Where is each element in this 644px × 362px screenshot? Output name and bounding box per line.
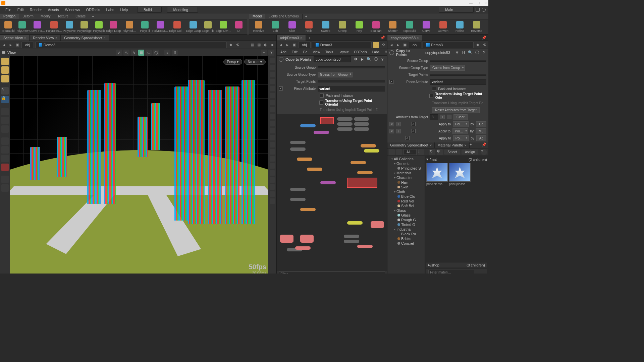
parm-h-r[interactable]: H (461, 50, 466, 55)
nm-tools[interactable]: Tools (323, 50, 335, 55)
shelf-creep[interactable]: Creep (334, 21, 351, 33)
rtb-14[interactable] (270, 149, 275, 155)
chk-transorient[interactable] (319, 101, 323, 105)
tool-rotate[interactable] (1, 117, 9, 124)
rtb-8[interactable] (270, 107, 275, 112)
tab-geosheet[interactable]: Geometry Spreadsheet× (61, 35, 109, 41)
shelf-refine[interactable]: Refine (452, 21, 468, 33)
parm-name[interactable]: copytopoints53 (314, 56, 351, 62)
mat-f2[interactable] (480, 270, 485, 274)
tab-add-m[interactable]: + (306, 36, 313, 40)
menu-icon[interactable] (476, 8, 480, 12)
camera-nocam[interactable]: No cam ▾ (244, 59, 266, 65)
help-icon[interactable] (482, 8, 486, 12)
vp-sel4[interactable]: ▦ (138, 50, 144, 56)
row1-chk[interactable] (412, 122, 416, 126)
shoppath[interactable]: /shop (430, 263, 439, 267)
shelf-edge-collapse[interactable]: Edge Collapse (169, 21, 185, 33)
tool-snap1[interactable] (1, 137, 9, 145)
net-path-obj[interactable]: obj (298, 42, 311, 48)
r-link[interactable]: ⟲ (482, 42, 487, 48)
nm-edit[interactable]: Edit (289, 50, 300, 55)
rtb-17[interactable] (270, 170, 275, 176)
tool-brush[interactable] (1, 75, 9, 82)
tab-pin-r[interactable]: 📌 (480, 36, 488, 40)
menu-edit[interactable]: Edit (15, 7, 26, 12)
rtb-16[interactable] (270, 163, 275, 169)
rtb-10[interactable] (270, 121, 275, 126)
mat-select[interactable]: Select (444, 149, 460, 155)
mattab-add[interactable]: + (470, 142, 472, 148)
net-opt2[interactable]: ⟲ (380, 42, 386, 48)
tab-pin-m[interactable]: 📌 (378, 36, 387, 40)
rtb-11[interactable] (270, 128, 275, 133)
tab-objdemo[interactable]: /obj/Demo3× (277, 35, 306, 41)
shelftab-add-r[interactable]: + (303, 14, 310, 19)
tab-add-r[interactable]: + (422, 36, 430, 40)
shelf-boolean[interactable]: Boolean (368, 21, 384, 33)
shelf-curve-polygon[interactable]: Curve Polygon (29, 21, 45, 33)
path-link[interactable]: ⟲ (235, 42, 240, 48)
net-back[interactable]: ◄ (278, 42, 283, 48)
vp-sel3[interactable]: ⬂ (131, 50, 137, 56)
row3-sel[interactable]: Poi… (453, 135, 469, 141)
shelf-edge-cusp[interactable]: Edge Cusp (186, 21, 201, 33)
vp-snap4[interactable]: ■ (270, 42, 275, 48)
shelftab-deform[interactable]: Deform (19, 14, 37, 19)
vp-axis[interactable]: ⊹ (261, 50, 267, 56)
inpr-attrsfrom[interactable]: 3 (430, 114, 438, 120)
filter-input[interactable] (279, 272, 385, 274)
chkr-pieceattr[interactable] (389, 80, 393, 84)
rtb-1[interactable] (270, 58, 275, 63)
shelf-polyfill[interactable]: PolyFill (138, 21, 152, 33)
window-close[interactable]: ✕ (484, 1, 487, 5)
shelftab-texture[interactable]: Texture (54, 14, 72, 19)
shelf-shatter[interactable]: Shatter (385, 21, 401, 33)
parm-help-r[interactable]: ? (481, 50, 486, 55)
row2-chk[interactable] (412, 129, 416, 133)
shelftab-modify[interactable]: Modify (37, 14, 54, 19)
btn-plus[interactable]: + (440, 115, 445, 119)
mat-refresh[interactable]: ⟲ (429, 149, 435, 155)
parm-h-icon[interactable]: H (360, 57, 365, 62)
window-minimize[interactable]: — (469, 1, 473, 5)
window-maximize[interactable]: ☐ (477, 1, 480, 5)
path-pin[interactable]: ◆ (228, 42, 233, 48)
material-2[interactable]: principledsh… (449, 163, 471, 186)
rtb-15[interactable] (270, 156, 275, 162)
rtb-6[interactable] (270, 93, 275, 98)
path-scene[interactable]: Demo3 (35, 42, 227, 48)
nm-layout[interactable]: Layout (336, 50, 351, 55)
shelf-polyextrude[interactable]: PolyExtrude (46, 21, 62, 33)
menu-help[interactable]: Help (117, 7, 130, 12)
net-fwd[interactable]: ► (285, 42, 290, 48)
shelf-loft[interactable]: Loft (267, 21, 283, 33)
net-opt1[interactable] (373, 42, 379, 48)
shelf-reverse[interactable]: Reverse (469, 21, 485, 33)
shelftab-add[interactable]: + (89, 14, 97, 19)
r-pin[interactable]: ◆ (475, 42, 480, 48)
nav-up[interactable]: ▣ (15, 42, 20, 48)
mattab-pin[interactable]: 📌 (480, 142, 488, 148)
inpr-pieceattr[interactable]: variant (430, 79, 486, 85)
chk-pack[interactable] (320, 94, 324, 98)
parm-help-icon[interactable]: ? (380, 57, 385, 62)
tool-snap4[interactable] (1, 164, 9, 171)
btn-clear[interactable]: Clear (453, 114, 468, 120)
tab-add[interactable]: + (109, 36, 116, 40)
shelf-skin[interactable]: Skin (284, 21, 300, 33)
shelf-polydraw[interactable]: PolyDraw (15, 21, 29, 33)
vp-sel5[interactable]: ▭ (146, 50, 152, 56)
row2-a[interactable]: ↕ (396, 129, 401, 133)
rtb-7[interactable] (270, 100, 275, 105)
rtb-19[interactable] (270, 184, 275, 190)
nm-odtools[interactable]: ODTools (352, 50, 369, 55)
net-up[interactable]: ▣ (291, 42, 297, 48)
mat-f1[interactable] (476, 270, 480, 274)
shelf-sculpt[interactable]: Sculpt (485, 21, 488, 33)
vp-sel1[interactable]: ⬀ (116, 50, 122, 56)
shelf-polyreduce[interactable]: PolyReduce (121, 21, 138, 33)
menu-windows[interactable]: Windows (62, 7, 83, 12)
inp-pieceattr[interactable]: variant (318, 86, 385, 92)
row1-x[interactable]: × (389, 122, 394, 126)
